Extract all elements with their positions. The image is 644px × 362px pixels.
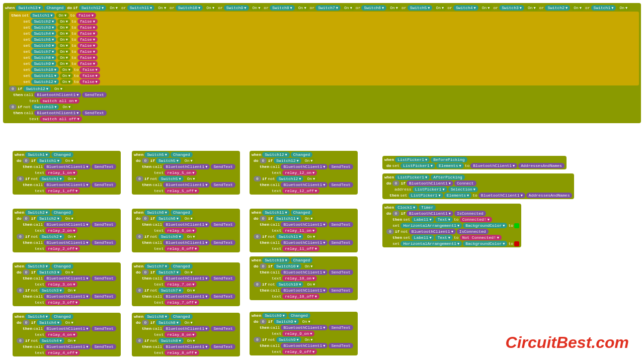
switch1-block: when Switch1 ▼ Changed do 0 if Switch1 ▼… [13,151,121,195]
green-color-dot [514,223,519,228]
switch3-block: when Switch3 ▼ Changed do 0 if Switch3 ▼… [13,262,121,306]
switch13-pill: Switch13 ▼ [16,5,43,11]
switch11-block: when Switch11 ▼ Changed do 0 if Switch11… [250,209,358,252]
switch2-block: when Switch2 ▼ Changed do 0 if Switch2 ▼… [13,209,121,252]
when-keyword: when [5,6,15,10]
if-block-2: 0 if Switch12 ▼ On ▼ then call Bluetooth… [9,86,639,104]
listpicker-afterpicking-block: when ListPicker1 ▼ AfterPicking do 0 if … [382,173,574,199]
switch7-block: when Switch7 ▼ Changed do 0 if Switch7 ▼… [132,262,240,306]
changed-pill: Changed [44,5,66,11]
switch6-block: when Switch6 ▼ Changed do 0 if Switch6 ▼… [132,209,240,252]
switch10-block: when Switch10 ▼ Changed do 0 if Switch10… [250,256,358,300]
brand-logo: CircuitBest.com [506,333,629,352]
switch9-block: when Switch9 ▼ Changed do 0 if Switch9 ▼… [250,312,358,355]
clock1-block: when Clock1 ▼ Timer do 0 if BluetoothCli… [382,204,521,247]
listpicker-beforepicking-block: when ListPicker1 ▼ BeforePicking do set … [382,156,567,169]
red-color-dot [514,241,519,246]
switch4-block: when Switch4 ▼ Changed do 0 if Switch4 ▼… [13,313,121,356]
top-conditional-block: when Switch13 ▼ Changed do if Switch12 ▼… [3,3,641,123]
then-block: then set Switch1 ▼ On ▼ to false ▼ set S… [9,12,639,85]
if-block-3: 0 if not Switch13 ▼ On ▼ then call Bluet… [9,104,639,122]
switch5-block: when Switch5 ▼ Changed do 0 if Switch5 ▼… [132,151,240,195]
switch12-block: when Switch12 ▼ Changed do 0 if Switch12… [250,151,358,195]
switch8-block: when Switch8 ▼ Changed do 0 if Switch8 ▼… [132,313,240,356]
